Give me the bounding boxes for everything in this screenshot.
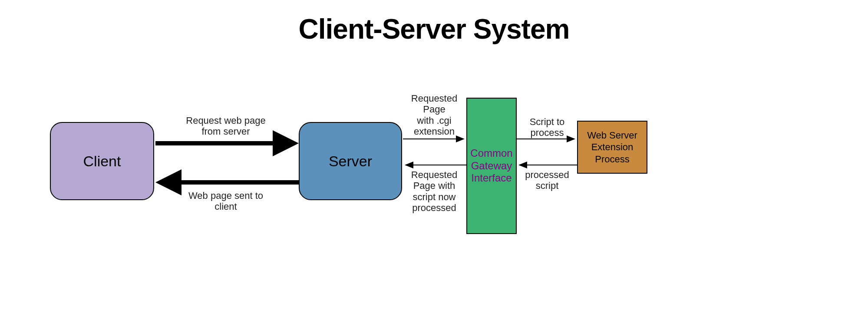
label-cgi-to-ext: Script toprocess <box>519 116 575 139</box>
label-ext-to-cgi: processedscript <box>519 169 575 191</box>
label-server-to-cgi: RequestedPagewith .cgiextension <box>404 93 465 137</box>
label-client-to-server: Request web pagefrom server <box>174 115 278 137</box>
label-server-to-client: Web page sent toclient <box>174 190 278 212</box>
arrows-layer <box>0 0 868 320</box>
label-cgi-to-server: RequestedPage withscript nowprocessed <box>404 169 465 213</box>
diagram-canvas: Client Server CommonGatewayInterface Web… <box>0 0 868 320</box>
